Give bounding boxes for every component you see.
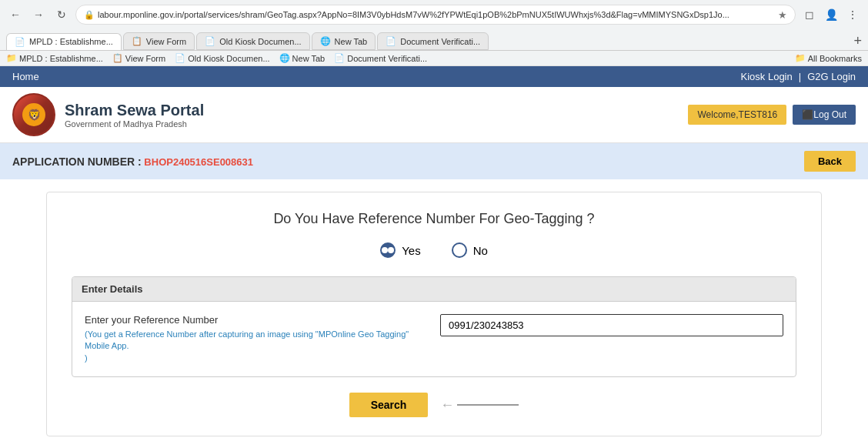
browser-chrome: ← → ↻ 🔒 labour.mponline.gov.in/portal/se… xyxy=(0,0,868,66)
tab-label: New Tab xyxy=(335,37,368,46)
search-area: Search ← xyxy=(72,393,796,417)
arrow-left-icon: ← xyxy=(440,397,454,413)
g2g-login-link[interactable]: G2G Login xyxy=(807,71,856,82)
bookmark-label: MPLD : Establishme... xyxy=(19,54,103,63)
reload-button[interactable]: ↻ xyxy=(52,5,71,24)
portal-title: Shram Sewa Portal xyxy=(65,102,204,119)
browser-toolbar: ← → ↻ 🔒 labour.mponline.gov.in/portal/se… xyxy=(0,0,868,29)
bookmark-label: Document Verificati... xyxy=(347,54,427,63)
bookmark-doc-verif[interactable]: 📄 Document Verificati... xyxy=(334,53,427,63)
kiosk-login-link[interactable]: Kiosk Login xyxy=(741,71,793,82)
bookmark-label: Old Kiosk Documen... xyxy=(188,54,269,63)
address-text: labour.mponline.gov.in/portal/services/s… xyxy=(98,10,775,19)
bookmark-new-tab[interactable]: 🌐 New Tab xyxy=(279,53,326,63)
tab-mpld[interactable]: 📄 MPLD : Establishme... xyxy=(6,33,122,50)
enter-details-header: Enter Details xyxy=(72,277,796,302)
radio-yes-label: Yes xyxy=(402,244,420,257)
arrow-indicator: ← xyxy=(440,397,519,413)
radio-no-circle xyxy=(452,242,467,258)
bookmark-view-form[interactable]: 📋 View Form xyxy=(112,53,165,63)
back-button[interactable]: Back xyxy=(804,151,856,172)
tab-view-form[interactable]: 📋 View Form xyxy=(123,32,195,50)
extensions-button[interactable]: ◻ xyxy=(800,5,819,24)
logout-button[interactable]: ⬛Log Out xyxy=(793,105,856,125)
portal-title-area: Shram Sewa Portal Government of Madhya P… xyxy=(65,102,204,129)
tab-old-kiosk[interactable]: 📄 Old Kiosk Documen... xyxy=(196,32,309,50)
home-link[interactable]: Home xyxy=(12,71,39,82)
tab-label: MPLD : Establishme... xyxy=(29,37,113,46)
back-nav-button[interactable]: ← xyxy=(6,5,25,24)
nav-separator: | xyxy=(799,71,801,82)
tab-icon: 📄 xyxy=(386,36,396,46)
bookmark-label: View Form xyxy=(125,54,165,63)
enter-details-body: Enter your Reference Number (You get a R… xyxy=(72,302,796,376)
app-number-value: BHOP240516SE008631 xyxy=(144,156,253,168)
bookmark-icon: 📋 xyxy=(112,53,123,63)
app-number-label: APPLICATION NUMBER : xyxy=(12,155,142,168)
bookmarks-bar: 📁 MPLD : Establishme... 📋 View Form 📄 Ol… xyxy=(0,51,868,66)
radio-yes[interactable]: Yes xyxy=(380,242,420,258)
main-content: Do You Have Reference Number For Geo-Tag… xyxy=(0,179,868,438)
bookmark-icon: 📄 xyxy=(334,53,345,63)
forward-nav-button[interactable]: → xyxy=(29,5,48,24)
new-tab-button[interactable]: + xyxy=(853,33,862,49)
tab-doc-verif[interactable]: 📄 Document Verificati... xyxy=(377,32,489,50)
bookmark-icon: 🌐 xyxy=(279,53,290,63)
geo-question: Do You Have Reference Number For Geo-Tag… xyxy=(72,211,796,227)
bookmark-mpld[interactable]: 📁 MPLD : Establishme... xyxy=(6,53,103,63)
logo-inner: 🦁 xyxy=(14,95,54,135)
app-number-display: APPLICATION NUMBER : BHOP240516SE008631 xyxy=(12,155,253,168)
bookmark-icon: 📁 xyxy=(6,53,17,63)
logo-area: 🦁 Shram Sewa Portal Government of Madhya… xyxy=(12,93,204,136)
profile-button[interactable]: 👤 xyxy=(822,5,840,24)
radio-no-label: No xyxy=(473,244,488,257)
top-nav: Home Kiosk Login | G2G Login xyxy=(0,66,868,87)
address-bar[interactable]: 🔒 labour.mponline.gov.in/portal/services… xyxy=(75,5,796,25)
all-bookmarks-button[interactable]: 📁 All Bookmarks xyxy=(795,53,862,63)
field-hint: (You get a Reference Number after captur… xyxy=(85,329,428,364)
tabs-bar: 📄 MPLD : Establishme... 📋 View Form 📄 Ol… xyxy=(0,29,868,51)
header-right: Welcome,TEST816 ⬛Log Out xyxy=(688,105,856,125)
tab-new-tab[interactable]: 🌐 New Tab xyxy=(312,32,376,50)
folder-icon: 📁 xyxy=(795,53,806,63)
bookmark-star-icon[interactable]: ★ xyxy=(778,9,787,21)
portal-logo: 🦁 xyxy=(12,93,55,136)
top-nav-right: Kiosk Login | G2G Login xyxy=(741,71,856,82)
radio-group: Yes No xyxy=(72,242,796,258)
reference-number-input[interactable] xyxy=(440,314,783,336)
bookmark-old-kiosk[interactable]: 📄 Old Kiosk Documen... xyxy=(175,53,269,63)
tab-label: Old Kiosk Documen... xyxy=(219,37,301,46)
tab-icon: 📄 xyxy=(205,36,215,46)
radio-yes-circle xyxy=(380,242,396,258)
header: 🦁 Shram Sewa Portal Government of Madhya… xyxy=(0,87,868,143)
tab-icon: 📄 xyxy=(15,37,25,47)
radio-no[interactable]: No xyxy=(452,242,488,258)
search-button[interactable]: Search xyxy=(349,393,429,417)
bookmark-label: New Tab xyxy=(292,54,326,63)
tab-label: Document Verificati... xyxy=(400,37,480,46)
all-bookmarks-label: All Bookmarks xyxy=(808,54,862,63)
field-row: Enter your Reference Number (You get a R… xyxy=(85,314,783,364)
page-content: Home Kiosk Login | G2G Login 🦁 Shram Sew… xyxy=(0,66,868,438)
tab-icon: 📋 xyxy=(132,36,142,46)
browser-icons: ◻ 👤 ⋮ xyxy=(800,5,862,24)
welcome-button[interactable]: Welcome,TEST816 xyxy=(688,105,786,125)
bookmark-icon: 📄 xyxy=(175,53,185,63)
tab-label: View Form xyxy=(146,37,186,46)
arrow-line xyxy=(457,404,519,406)
geo-card: Do You Have Reference Number For Geo-Tag… xyxy=(46,192,822,436)
field-label: Enter your Reference Number xyxy=(85,314,428,326)
app-number-bar: APPLICATION NUMBER : BHOP240516SE008631 … xyxy=(0,143,868,179)
tab-icon: 🌐 xyxy=(320,36,331,46)
menu-button[interactable]: ⋮ xyxy=(843,5,862,24)
portal-subtitle: Government of Madhya Pradesh xyxy=(65,119,204,129)
field-label-area: Enter your Reference Number (You get a R… xyxy=(85,314,428,364)
enter-details-section: Enter Details Enter your Reference Numbe… xyxy=(72,276,796,377)
field-input-area xyxy=(440,314,783,336)
